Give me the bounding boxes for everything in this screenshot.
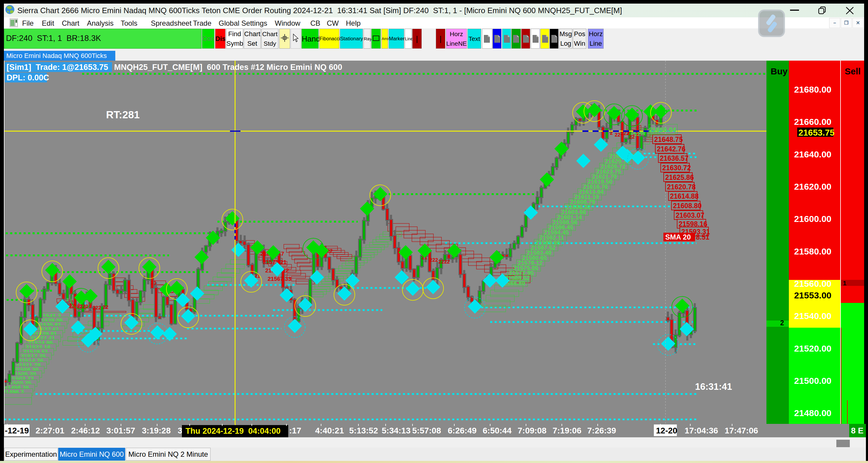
svg-text:DPL: 0.00C: DPL: 0.00C (7, 73, 49, 82)
svg-text:21567.33: 21567.33 (268, 276, 291, 282)
svg-text:222: 222 (430, 257, 438, 263)
svg-text:22: 22 (635, 132, 640, 137)
svg-text:RT:281: RT:281 (106, 109, 140, 120)
svg-text:[Sim1] Trade: 1@21653.75: [Sim1] Trade: 1@21653.75 (7, 63, 108, 72)
svg-text:21: 21 (151, 280, 156, 285)
svg-text:21620.78: 21620.78 (667, 183, 696, 191)
svg-text:SMA 20: SMA 20 (665, 233, 691, 241)
svg-text:MNQH25_FUT_CME[M] 600 Trades: MNQH25_FUT_CME[M] 600 Trades #12 Micro E… (114, 63, 342, 72)
svg-text:21573.21: 21573.21 (263, 259, 287, 265)
svg-text:21648.75: 21648.75 (654, 135, 683, 143)
svg-text:21625.86: 21625.86 (665, 174, 694, 181)
svg-text:21614.88: 21614.88 (670, 192, 699, 200)
svg-text:21608.80: 21608.80 (673, 202, 702, 210)
svg-text:21630.72: 21630.72 (662, 164, 691, 172)
svg-text:21603.07: 21603.07 (676, 212, 704, 219)
svg-text:8.51: 8.51 (696, 233, 709, 241)
svg-text:22: 22 (615, 132, 620, 138)
svg-text:21655.04: 21655.04 (649, 126, 677, 133)
svg-text:2222: 2222 (77, 304, 88, 309)
svg-text:2: 2 (66, 297, 69, 302)
svg-text:22: 22 (103, 304, 108, 310)
svg-text:222: 222 (93, 305, 101, 311)
svg-text:21642.76: 21642.76 (657, 145, 685, 153)
svg-text:16:31:41: 16:31:41 (695, 381, 732, 392)
svg-text:2222: 2222 (438, 259, 450, 265)
svg-text:21636.57: 21636.57 (660, 154, 688, 162)
